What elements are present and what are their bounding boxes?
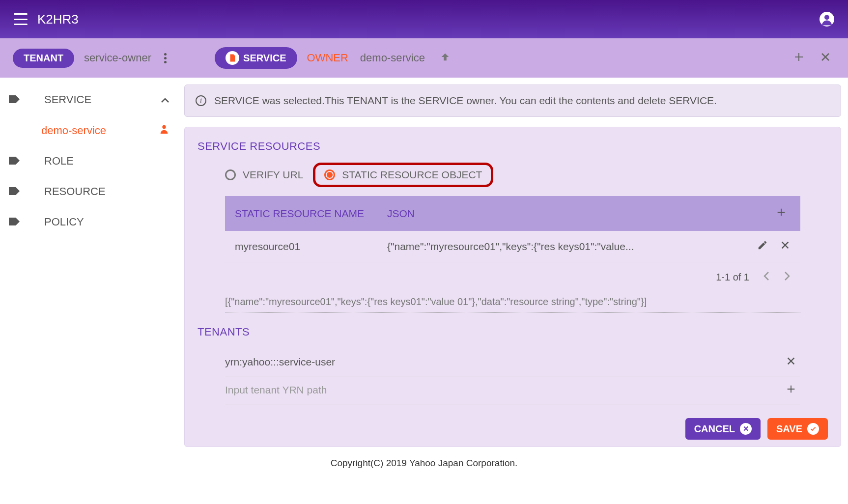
radio-unchecked-icon bbox=[225, 169, 236, 180]
service-chip-label: SERVICE bbox=[243, 53, 286, 64]
json-full-text: [{"name":"myresource01","keys":{"res key… bbox=[225, 296, 800, 313]
app-title: K2HR3 bbox=[37, 12, 79, 27]
service-panel: SERVICE RESOURCES VERIFY URL STATIC RESO… bbox=[184, 127, 841, 447]
tag-icon bbox=[9, 217, 20, 228]
sidebar-item-service[interactable]: SERVICE bbox=[0, 84, 184, 115]
check-circle-icon bbox=[807, 423, 819, 435]
info-alert: i SERVICE was selected.This TENANT is th… bbox=[184, 84, 841, 117]
sidebar-label: ROLE bbox=[44, 155, 74, 168]
sidebar: SERVICE demo-service ROLE RESOURCE POLIC… bbox=[0, 78, 184, 452]
delete-row-icon[interactable] bbox=[780, 240, 791, 253]
arrow-up-icon[interactable] bbox=[440, 52, 451, 65]
sidebar-label: SERVICE bbox=[44, 93, 91, 106]
svg-point-2 bbox=[162, 125, 166, 129]
sidebar-item-demo-service[interactable]: demo-service bbox=[0, 115, 184, 146]
sidebar-label: POLICY bbox=[44, 216, 84, 228]
section-resources-title: SERVICE RESOURCES bbox=[198, 140, 828, 153]
cancel-button[interactable]: CANCEL ✕ bbox=[685, 418, 761, 440]
col-name-header: STATIC RESOURCE NAME bbox=[235, 208, 387, 220]
radio-label: STATIC RESOURCE OBJECT bbox=[342, 169, 482, 181]
sidebar-label: RESOURCE bbox=[44, 185, 106, 198]
radio-static-resource[interactable]: STATIC RESOURCE OBJECT bbox=[313, 163, 493, 187]
tenant-name: service-owner bbox=[84, 52, 151, 64]
toolbar: TENANT service-owner SERVICE OWNER demo-… bbox=[0, 38, 848, 78]
add-icon[interactable] bbox=[789, 47, 809, 69]
next-page-icon[interactable] bbox=[784, 271, 791, 283]
tenant-new-input[interactable] bbox=[225, 379, 782, 401]
tag-icon bbox=[9, 94, 20, 106]
save-button[interactable]: SAVE bbox=[767, 418, 828, 440]
footer: Copyright(C) 2019 Yahoo Japan Corporatio… bbox=[0, 452, 848, 475]
breadcrumb-service[interactable]: demo-service bbox=[360, 52, 425, 64]
document-icon bbox=[226, 51, 239, 65]
add-tenant-icon[interactable] bbox=[782, 380, 800, 401]
account-icon[interactable] bbox=[820, 12, 834, 27]
tenant-input[interactable] bbox=[225, 351, 782, 373]
info-icon: i bbox=[196, 95, 206, 106]
menu-icon[interactable] bbox=[14, 13, 28, 25]
cell-json: {"name":"myresource01","keys":{"res keys… bbox=[387, 241, 757, 252]
section-tenants-title: TENANTS bbox=[198, 326, 828, 338]
radio-checked-icon bbox=[324, 169, 335, 180]
cancel-circle-icon: ✕ bbox=[740, 423, 752, 435]
edit-icon[interactable] bbox=[757, 240, 768, 253]
save-label: SAVE bbox=[776, 423, 802, 435]
table-row: myresource01 {"name":"myresource01","key… bbox=[225, 231, 800, 262]
tenant-row-new bbox=[225, 376, 800, 404]
pager-text: 1-1 of 1 bbox=[716, 272, 749, 283]
sidebar-item-resource[interactable]: RESOURCE bbox=[0, 176, 184, 207]
table-header: STATIC RESOURCE NAME JSON bbox=[225, 196, 800, 231]
tenant-chip[interactable]: TENANT bbox=[13, 49, 74, 68]
alert-text: SERVICE was selected.This TENANT is the … bbox=[214, 95, 717, 107]
person-icon bbox=[159, 124, 170, 137]
add-row-icon[interactable] bbox=[772, 203, 791, 224]
cancel-label: CANCEL bbox=[694, 423, 735, 435]
sidebar-label: demo-service bbox=[41, 124, 106, 137]
owner-label: OWNER bbox=[307, 52, 348, 64]
kebab-icon[interactable] bbox=[158, 50, 172, 66]
sidebar-item-role[interactable]: ROLE bbox=[0, 146, 184, 176]
tenant-row bbox=[225, 348, 800, 376]
close-icon[interactable] bbox=[816, 47, 835, 69]
service-chip[interactable]: SERVICE bbox=[215, 47, 297, 69]
remove-tenant-icon[interactable] bbox=[782, 352, 800, 373]
col-json-header: JSON bbox=[387, 208, 772, 220]
app-bar: K2HR3 bbox=[0, 0, 848, 38]
radio-verify-url[interactable]: VERIFY URL bbox=[225, 169, 303, 181]
cell-name: myresource01 bbox=[235, 241, 387, 252]
svg-point-1 bbox=[824, 15, 829, 20]
tag-icon bbox=[9, 186, 20, 197]
prev-page-icon[interactable] bbox=[763, 271, 770, 283]
chevron-up-icon bbox=[161, 94, 170, 106]
sidebar-item-policy[interactable]: POLICY bbox=[0, 207, 184, 237]
radio-label: VERIFY URL bbox=[243, 169, 303, 181]
tag-icon bbox=[9, 156, 20, 167]
pager: 1-1 of 1 bbox=[198, 262, 828, 292]
